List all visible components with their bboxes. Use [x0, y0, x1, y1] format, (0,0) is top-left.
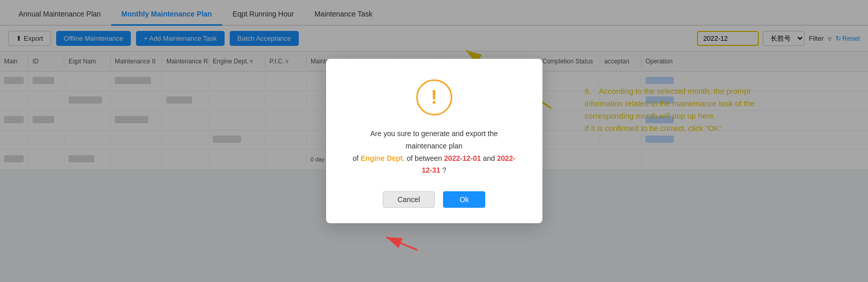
modal-message: Are you sure to generate and export the … [352, 128, 517, 177]
modal-dept: Engine Dept. [361, 154, 405, 162]
modal-warning-icon: ! [416, 79, 452, 115]
modal-overlay: ! Are you sure to generate and export th… [0, 0, 868, 282]
modal-date-start: 2022-12-01 [444, 154, 481, 162]
exclamation-icon: ! [431, 88, 437, 107]
modal-ok-button[interactable]: Ok [443, 191, 485, 208]
modal-cancel-button[interactable]: Cancel [383, 191, 435, 208]
modal-dialog: ! Are you sure to generate and export th… [326, 59, 542, 223]
modal-buttons: Cancel Ok [352, 191, 517, 208]
